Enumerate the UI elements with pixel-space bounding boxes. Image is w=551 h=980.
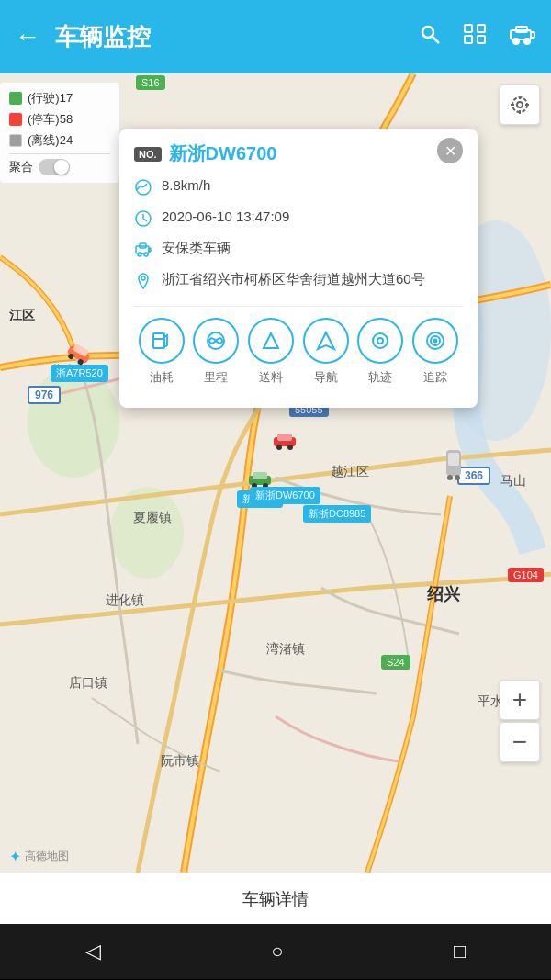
clock-icon [134,209,152,232]
svg-rect-23 [149,248,151,252]
vehicle-id: 新浙DW6700 [169,141,277,166]
fuel-label: 油耗 [150,369,174,386]
svg-point-56 [455,475,460,480]
town-jinhua: 进化镇 [106,592,144,609]
speed-icon [134,178,152,201]
track-label: 轨迹 [368,369,392,386]
location-button[interactable] [500,84,540,125]
svg-point-9 [524,39,530,44]
nav-home-button[interactable]: ○ [271,940,283,963]
svg-rect-3 [478,25,485,32]
watermark-text: 高德地图 [25,849,69,864]
svg-point-30 [373,333,388,348]
popup-close-button[interactable]: ✕ [437,138,463,163]
town-ruanshi: 阮市镇 [161,753,199,770]
svg-rect-10 [531,32,534,38]
mileage-icon [193,318,239,364]
map-container[interactable]: (行驶)17 (停车)58 (离线)24 聚合 NO. 新浙DW6700 ✕ [0,73,551,873]
header-icons [419,23,536,51]
search-icon[interactable] [419,23,441,51]
svg-point-55 [447,475,453,480]
map-legend: (行驶)17 (停车)58 (离线)24 聚合 [0,83,119,183]
svg-rect-54 [448,453,459,466]
svg-point-8 [513,39,519,44]
vehicle-type-icon [134,241,152,264]
svg-point-24 [141,276,145,280]
svg-point-34 [434,340,437,343]
svg-point-21 [138,253,141,256]
zoom-out-button[interactable]: − [500,722,540,762]
navigate-icon [303,318,349,364]
speed-row: 8.8km/h [134,177,463,201]
speed-value: 8.8km/h [162,177,210,193]
merge-label: 聚合 [9,159,33,175]
nav-back-button[interactable]: ◁ [85,940,101,963]
fuel-action[interactable]: 油耗 [139,318,185,386]
trace-action[interactable]: 追踪 [412,318,458,386]
city-shaoxing: 绍兴 [427,583,460,605]
map-controls: + − [500,680,540,762]
vehicle-label-a7r520: 浙A7R520 [51,365,108,382]
toggle-track[interactable] [39,159,70,175]
svg-rect-4 [465,36,472,43]
mileage-action[interactable]: 里程 [193,318,239,386]
svg-rect-25 [153,333,164,348]
vehicle-orange[interactable]: 浙A7R520 [51,344,108,382]
legend-parking: (停车)58 [9,111,110,128]
vehicle-type-value: 安保类车辆 [162,240,231,257]
driving-label: (行驶)17 [28,90,73,107]
header: ← 车辆监控 [0,0,551,73]
svg-point-22 [144,253,148,256]
region-jiangqu: 江区 [9,308,35,324]
deliver-icon [248,318,294,364]
svg-rect-46 [253,472,267,479]
offline-dot [9,134,22,147]
mileage-label: 里程 [204,369,228,386]
svg-point-44 [287,445,293,450]
svg-point-31 [377,338,383,344]
popup-header: NO. 新浙DW6700 ✕ [134,141,463,166]
network-icon[interactable] [463,23,487,51]
vehicle-popup: NO. 新浙DW6700 ✕ 8.8km/h 202 [119,129,478,408]
toggle-thumb [54,160,69,175]
svg-rect-2 [465,25,472,32]
no-badge: NO. [134,147,162,162]
datetime-value: 2020-06-10 13:47:09 [162,208,289,224]
svg-point-43 [276,445,282,450]
town-diankou: 店口镇 [69,675,107,692]
driving-dot [9,92,22,105]
vehicle-silver[interactable] [443,448,465,481]
svg-point-0 [422,27,433,38]
vehicle-detail-label: 车辆详情 [242,888,309,910]
track-action[interactable]: 轨迹 [357,318,403,386]
navigate-action[interactable]: 导航 [303,318,349,386]
road-sign-g104: G104 [508,568,544,582]
vehicle-detail-button[interactable]: 车辆详情 [0,873,551,924]
back-button[interactable]: ← [15,22,40,51]
svg-rect-42 [277,434,292,441]
parking-label: (停车)58 [28,111,73,128]
trace-label: 追踪 [423,369,447,386]
svg-rect-5 [478,36,485,43]
datetime-row: 2020-06-10 13:47:09 [134,208,463,232]
nav-bar: ◁ ○ □ [0,924,551,979]
popup-actions: 油耗 里程 送料 [134,318,463,386]
vehicle-label-dc8985: 新浙DC8985 [303,503,371,523]
vehicle-icon[interactable] [509,23,536,51]
town-xialv: 夏履镇 [133,510,172,526]
vehicle-label-dw6700: 新浙DW6700 [250,485,320,504]
zoom-in-button[interactable]: + [500,680,540,720]
nav-recent-button[interactable]: □ [454,940,466,963]
road-sign-976: 976 [28,386,61,404]
map-watermark: ✦ 高德地图 [9,848,69,865]
merge-toggle[interactable]: 聚合 [9,159,110,175]
fuel-icon [139,318,185,364]
town-mashan: 马山 [500,473,526,490]
svg-marker-28 [264,333,278,348]
legend-driving: (行驶)17 [9,90,110,107]
navigate-label: 导航 [314,369,338,386]
location-icon [134,272,152,295]
deliver-label: 送料 [259,369,283,386]
road-sign-s24: S24 [381,655,410,670]
deliver-action[interactable]: 送料 [248,318,294,386]
